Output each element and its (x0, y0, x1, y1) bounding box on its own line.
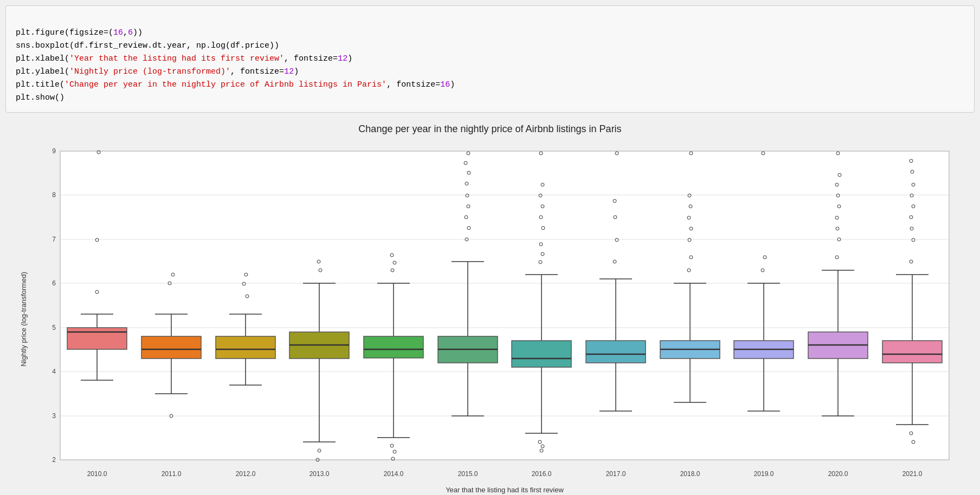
svg-rect-20 (67, 328, 127, 349)
chart-title: Change per year in the nightly price of … (16, 123, 964, 135)
code-line-2: sns.boxplot(df.first_review.dt.year, np.… (16, 41, 279, 50)
svg-rect-84 (512, 341, 571, 367)
svg-text:2021.0: 2021.0 (902, 470, 923, 478)
svg-text:2016.0: 2016.0 (532, 470, 552, 478)
svg-text:5: 5 (52, 324, 56, 331)
svg-text:6: 6 (52, 279, 56, 287)
code-line-3: plt.xlabel('Year that the listing had it… (16, 54, 352, 63)
code-line-6: plt.show() (16, 93, 65, 102)
svg-text:9: 9 (52, 147, 56, 155)
svg-rect-151 (882, 341, 942, 363)
svg-text:7: 7 (52, 236, 56, 243)
svg-text:2020.0: 2020.0 (828, 470, 848, 478)
svg-rect-0 (60, 151, 949, 460)
svg-rect-57 (364, 336, 423, 358)
code-line-1: plt.figure(figsize=(16,6)) (16, 28, 143, 37)
svg-rect-38 (216, 336, 275, 359)
y-axis-label: Nightly price (log-transformed) (16, 272, 28, 367)
svg-rect-102 (586, 341, 646, 363)
svg-text:2011.0: 2011.0 (162, 470, 182, 478)
svg-text:2015.0: 2015.0 (458, 470, 478, 478)
chart-container: Change per year in the nightly price of … (5, 118, 975, 495)
svg-text:2010.0: 2010.0 (87, 470, 107, 478)
svg-text:2017.0: 2017.0 (606, 470, 626, 478)
chart-svg: 9 8 7 6 5 4 3 (33, 140, 965, 495)
svg-text:2014.0: 2014.0 (384, 470, 404, 478)
svg-text:Year that the listing had its : Year that the listing had its first revi… (446, 486, 564, 494)
code-block: plt.figure(figsize=(16,6)) sns.boxplot(d… (5, 5, 975, 113)
svg-text:2012.0: 2012.0 (236, 470, 256, 478)
code-line-5: plt.title('Change per year in the nightl… (16, 80, 455, 89)
code-line-4: plt.ylabel('Nightly price (log-transform… (16, 67, 299, 76)
svg-text:2013.0: 2013.0 (310, 470, 330, 478)
svg-text:3: 3 (52, 412, 56, 420)
svg-text:2018.0: 2018.0 (680, 470, 700, 478)
svg-text:2019.0: 2019.0 (754, 470, 774, 478)
svg-text:4: 4 (52, 368, 56, 375)
svg-rect-29 (141, 336, 201, 359)
svg-text:2: 2 (52, 456, 56, 464)
svg-text:8: 8 (52, 191, 56, 199)
